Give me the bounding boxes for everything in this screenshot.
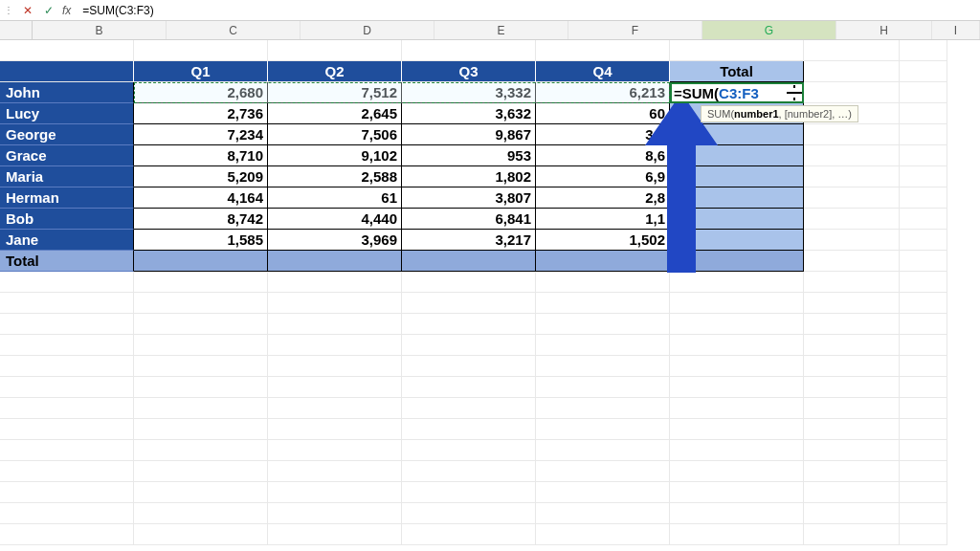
- cell[interactable]: [536, 524, 670, 545]
- cell[interactable]: [536, 440, 670, 461]
- cell[interactable]: [670, 377, 804, 398]
- cell[interactable]: [536, 419, 670, 440]
- cell[interactable]: [804, 503, 900, 524]
- cell[interactable]: [804, 209, 900, 230]
- cell[interactable]: [536, 398, 670, 419]
- cell[interactable]: [536, 503, 670, 524]
- cell[interactable]: [268, 272, 402, 293]
- cell[interactable]: [804, 440, 900, 461]
- cell[interactable]: [134, 40, 268, 61]
- cell[interactable]: 9,867: [402, 124, 536, 145]
- cell[interactable]: [268, 398, 402, 419]
- cell[interactable]: [900, 503, 947, 524]
- cell[interactable]: [670, 503, 804, 524]
- cell[interactable]: [402, 293, 536, 314]
- cell[interactable]: [402, 461, 536, 482]
- cell[interactable]: [402, 272, 536, 293]
- cell[interactable]: [268, 377, 402, 398]
- cell[interactable]: [402, 398, 536, 419]
- cell[interactable]: [536, 461, 670, 482]
- cell-total[interactable]: [670, 145, 804, 166]
- row-total-label[interactable]: Total: [0, 251, 134, 272]
- cell[interactable]: [804, 166, 900, 187]
- cell[interactable]: [0, 293, 134, 314]
- cell[interactable]: [900, 293, 947, 314]
- cell[interactable]: [670, 482, 804, 503]
- cell[interactable]: [0, 440, 134, 461]
- cell[interactable]: [900, 82, 947, 103]
- cell[interactable]: [900, 61, 947, 82]
- cell[interactable]: 2,8: [536, 187, 670, 209]
- cell[interactable]: [900, 482, 947, 503]
- cell[interactable]: [900, 230, 947, 251]
- cell[interactable]: [134, 440, 268, 461]
- cell-total[interactable]: [670, 209, 804, 230]
- cell[interactable]: [0, 40, 134, 61]
- cell[interactable]: [804, 40, 900, 61]
- cell[interactable]: [900, 314, 947, 335]
- cell[interactable]: [402, 377, 536, 398]
- cell[interactable]: [402, 40, 536, 61]
- table-corner[interactable]: [0, 61, 134, 82]
- cell[interactable]: [536, 40, 670, 61]
- cell[interactable]: [268, 293, 402, 314]
- cell[interactable]: [134, 293, 268, 314]
- header-q4[interactable]: Q4: [536, 61, 670, 82]
- row-name[interactable]: John: [0, 82, 134, 103]
- cell[interactable]: [900, 377, 947, 398]
- cell[interactable]: [804, 356, 900, 377]
- cell[interactable]: [268, 482, 402, 503]
- cell[interactable]: 1,502: [536, 230, 670, 251]
- cell[interactable]: [900, 166, 947, 187]
- row-name[interactable]: Lucy: [0, 103, 134, 124]
- cell[interactable]: [268, 440, 402, 461]
- cell[interactable]: [268, 314, 402, 335]
- cell[interactable]: 8,742: [134, 209, 268, 230]
- cell[interactable]: [670, 461, 804, 482]
- cell[interactable]: [900, 209, 947, 230]
- active-cell-editor[interactable]: =SUM(C3:F3: [670, 82, 804, 103]
- cell[interactable]: 61: [268, 187, 402, 209]
- cell[interactable]: [402, 314, 536, 335]
- cell[interactable]: [900, 272, 947, 293]
- cell[interactable]: 7,506: [268, 124, 402, 145]
- col-header-D[interactable]: D: [301, 21, 434, 39]
- cell[interactable]: 1,1: [536, 209, 670, 230]
- header-q3[interactable]: Q3: [402, 61, 536, 82]
- header-q2[interactable]: Q2: [268, 61, 402, 82]
- row-name[interactable]: Maria: [0, 166, 134, 187]
- cell[interactable]: [804, 251, 900, 272]
- cell[interactable]: 1,802: [402, 166, 536, 187]
- cell[interactable]: [402, 335, 536, 356]
- cell[interactable]: [134, 377, 268, 398]
- cell[interactable]: [900, 187, 947, 209]
- cell-total-row[interactable]: [134, 251, 268, 272]
- cell[interactable]: 60: [536, 103, 670, 124]
- cell[interactable]: [402, 356, 536, 377]
- cell[interactable]: [804, 398, 900, 419]
- cell[interactable]: [804, 335, 900, 356]
- cell[interactable]: 9,102: [268, 145, 402, 166]
- row-name[interactable]: Jane: [0, 230, 134, 251]
- cell[interactable]: 4,440: [268, 209, 402, 230]
- spreadsheet-grid[interactable]: Q1 Q2 Q3 Q4 Total John 2,680 7,512 3,332…: [0, 40, 947, 545]
- cell[interactable]: [536, 293, 670, 314]
- cell[interactable]: 7,512: [268, 82, 402, 103]
- cell[interactable]: [268, 356, 402, 377]
- cell[interactable]: [0, 272, 134, 293]
- cell[interactable]: [268, 335, 402, 356]
- cell[interactable]: [0, 398, 134, 419]
- cell[interactable]: 3,632: [402, 103, 536, 124]
- cell[interactable]: [804, 272, 900, 293]
- cell[interactable]: 3,8: [536, 124, 670, 145]
- cell[interactable]: [268, 461, 402, 482]
- col-header-C[interactable]: C: [167, 21, 301, 39]
- cell[interactable]: [900, 524, 947, 545]
- col-header-H[interactable]: H: [836, 21, 932, 39]
- cell[interactable]: [0, 377, 134, 398]
- cell[interactable]: [900, 251, 947, 272]
- col-header-F[interactable]: F: [568, 21, 702, 39]
- cell[interactable]: [804, 419, 900, 440]
- cell[interactable]: 3,332: [402, 82, 536, 103]
- cell-total[interactable]: [670, 187, 804, 209]
